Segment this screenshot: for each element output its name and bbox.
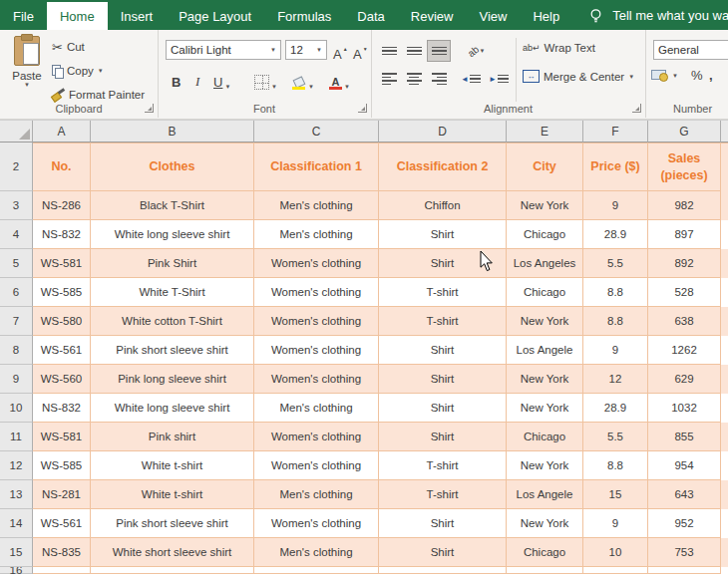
row-number[interactable]: 7 <box>0 307 33 336</box>
cell[interactable]: Pink Shirt <box>91 249 254 278</box>
copy-dropdown-arrow-icon[interactable]: ▼ <box>98 68 104 74</box>
cell[interactable]: 9 <box>583 336 648 365</box>
select-all-corner[interactable] <box>0 121 33 143</box>
cell[interactable]: Shirt <box>379 365 507 394</box>
row-number[interactable]: 2 <box>0 143 33 191</box>
row-number[interactable]: 5 <box>0 249 33 278</box>
cell[interactable]: Price ($) <box>583 143 648 191</box>
font-dialog-launcher[interactable] <box>358 104 367 113</box>
font-color-arrow-icon[interactable]: ▼ <box>344 84 350 90</box>
decrease-indent-button[interactable]: ◄ <box>459 68 483 90</box>
cell[interactable]: Women's clothing <box>254 249 379 278</box>
cell[interactable]: WS-585 <box>33 278 91 307</box>
bold-button[interactable]: B <box>172 70 181 92</box>
cell[interactable]: NS-832 <box>33 220 91 249</box>
tab-home[interactable]: Home <box>47 2 108 30</box>
cell[interactable]: T-shirt <box>379 278 507 307</box>
borders-button[interactable]: ▼ <box>254 70 277 92</box>
row-number[interactable]: 9 <box>0 365 33 394</box>
cell[interactable]: WS-560 <box>33 365 91 394</box>
cell[interactable]: 8.8 <box>583 307 648 336</box>
accounting-arrow-icon[interactable]: ▼ <box>672 73 678 79</box>
cell[interactable] <box>648 567 721 574</box>
cell[interactable]: No. <box>33 143 91 191</box>
tell-me-box[interactable]: Tell me what you want to <box>588 0 728 30</box>
accounting-format-button[interactable]: ▼ <box>651 70 678 82</box>
font-name-select[interactable]: Calibri Light ▼ <box>166 40 281 60</box>
middle-align-button[interactable] <box>402 40 426 62</box>
cell[interactable]: Los Angeles <box>507 249 583 278</box>
cell[interactable]: WS-561 <box>33 509 91 538</box>
fill-color-button[interactable]: ▼ <box>292 70 314 92</box>
cell[interactable]: Men's clothing <box>254 538 379 567</box>
column-header-g[interactable]: G <box>648 121 721 143</box>
cell[interactable]: WS-581 <box>33 423 91 451</box>
align-right-button[interactable] <box>427 68 451 90</box>
cell[interactable]: WS-581 <box>33 249 91 278</box>
column-header-a[interactable]: A <box>33 121 91 143</box>
cell[interactable]: Los Angele <box>507 336 583 365</box>
orientation-button[interactable]: ab ▼ <box>459 40 495 62</box>
cell[interactable]: White long sleeve shirt <box>91 220 254 249</box>
row-number[interactable]: 16 <box>0 567 33 574</box>
cell[interactable]: White short sleeve shirt <box>91 538 254 567</box>
cell[interactable]: WS-580 <box>33 307 91 336</box>
cell[interactable]: New York <box>507 365 583 394</box>
cell[interactable] <box>33 567 91 574</box>
cell[interactable]: 28.9 <box>583 220 648 249</box>
cell[interactable]: Chicago <box>507 538 583 567</box>
cell[interactable]: Shirt <box>379 249 507 278</box>
cell[interactable]: New York <box>507 191 583 220</box>
cell[interactable]: New York <box>507 394 583 423</box>
cell[interactable] <box>583 567 648 574</box>
cell[interactable]: NS-832 <box>33 394 91 423</box>
cell[interactable]: Chiffon <box>379 191 507 220</box>
cell[interactable]: Chicago <box>507 423 583 451</box>
align-left-button[interactable] <box>377 68 401 90</box>
cell[interactable]: Women's clothing <box>254 509 379 538</box>
italic-button[interactable]: I <box>195 70 199 92</box>
cell[interactable]: 952 <box>648 509 721 538</box>
row-number[interactable]: 11 <box>0 423 33 451</box>
cell[interactable]: 629 <box>648 365 721 394</box>
cell[interactable]: Women's clothing <box>254 365 379 394</box>
cell[interactable]: New York <box>507 451 583 480</box>
cell[interactable]: City <box>507 143 583 191</box>
cell[interactable]: 12 <box>583 365 648 394</box>
cell[interactable]: 5.5 <box>583 249 648 278</box>
borders-arrow-icon[interactable]: ▼ <box>271 84 277 90</box>
grow-font-button[interactable]: A <box>333 42 342 64</box>
cell[interactable]: 892 <box>648 249 721 278</box>
tab-help[interactable]: Help <box>520 2 572 30</box>
increase-indent-button[interactable]: ► <box>487 68 511 90</box>
cell[interactable]: Pink short sleeve shirt <box>91 509 254 538</box>
cell[interactable]: Shirt <box>379 336 507 365</box>
cell[interactable]: 982 <box>648 191 721 220</box>
cell[interactable]: Classification 2 <box>379 143 507 191</box>
row-number[interactable]: 10 <box>0 394 33 423</box>
column-header-f[interactable]: F <box>583 121 648 143</box>
cell[interactable]: New York <box>507 509 583 538</box>
paste-dropdown-arrow-icon[interactable]: ▼ <box>6 82 48 88</box>
cell[interactable]: 954 <box>648 451 721 480</box>
cell[interactable]: 528 <box>648 278 721 307</box>
cell[interactable]: 1262 <box>648 336 721 365</box>
cell[interactable]: Pink shirt <box>91 423 254 451</box>
percent-style-button[interactable]: % <box>691 68 703 83</box>
font-color-button[interactable]: A ▼ <box>329 70 350 92</box>
cell[interactable]: 643 <box>648 480 721 509</box>
cell[interactable]: Clothes <box>91 143 254 191</box>
cell[interactable]: T-shirt <box>379 480 507 509</box>
cell[interactable]: Pink long sleeve shirt <box>91 365 254 394</box>
cell[interactable]: 8.8 <box>583 451 648 480</box>
underline-button[interactable]: U ▼ <box>213 70 230 92</box>
cell[interactable]: Men's clothing <box>254 480 379 509</box>
cell[interactable]: 10 <box>583 538 648 567</box>
cell[interactable]: Men's clothing <box>254 394 379 423</box>
format-painter-button[interactable]: Format Painter <box>52 86 145 104</box>
cell[interactable]: Men's clothing <box>254 220 379 249</box>
row-number[interactable]: 4 <box>0 220 33 249</box>
cell[interactable]: Women's clothing <box>254 278 379 307</box>
cell[interactable]: White t-shirt <box>91 480 254 509</box>
cell[interactable]: 8.8 <box>583 278 648 307</box>
